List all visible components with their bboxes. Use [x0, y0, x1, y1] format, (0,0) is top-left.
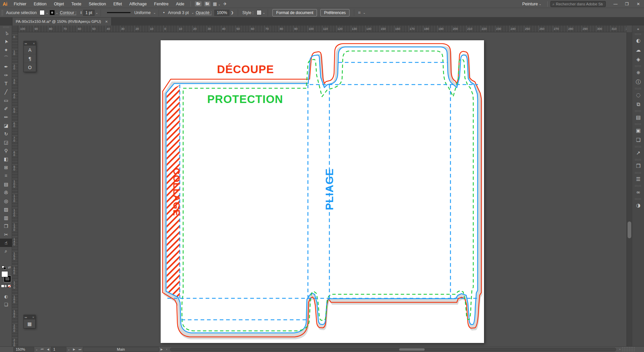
opacity-field[interactable]: 100% [214, 10, 229, 16]
dock-drag-handle[interactable] [635, 146, 642, 147]
status-options-icon[interactable]: ▶ [160, 348, 163, 351]
layers-panel-button[interactable]: ◈ [632, 55, 644, 64]
menu-sélection[interactable]: Sélection [85, 2, 110, 6]
expand-panels-button[interactable]: « [632, 26, 644, 32]
chevron-down-icon[interactable]: ⌄ [192, 11, 194, 14]
document-setup-button[interactable]: Format de document [272, 9, 317, 16]
magic-wand-tool[interactable]: ✦ [0, 46, 12, 54]
chevron-down-icon[interactable]: ⌄ [68, 348, 70, 351]
menu-edition[interactable]: Edition [30, 2, 50, 6]
collapse-panel-icon[interactable]: ▸▸ [25, 316, 27, 319]
links-panel-button[interactable]: ∞ [632, 188, 644, 197]
eraser-tool[interactable]: ◪ [0, 121, 12, 130]
appearance-panel-button[interactable]: ▣ [632, 126, 644, 135]
chevron-right-icon[interactable]: ❯ [231, 11, 233, 14]
curvature-tool[interactable]: ✑ [0, 71, 12, 79]
last-artboard-button[interactable]: ⏭ [78, 348, 81, 351]
ruler-origin-corner[interactable] [12, 26, 18, 32]
transform-panel-button[interactable]: ❐ [632, 161, 644, 171]
menu-effet[interactable]: Effet [110, 2, 125, 6]
none-mode-button[interactable] [8, 285, 11, 288]
menu-fenêtre[interactable]: Fenêtre [150, 2, 172, 6]
dock-drag-handle[interactable] [635, 65, 642, 67]
rectangle-tool[interactable]: ▭ [0, 96, 12, 104]
workspace-switcher[interactable]: Peinture⌄ [522, 2, 541, 6]
horizontal-ruler[interactable]: 1009080706050403020100102030405060708090… [18, 26, 627, 32]
minimize-button[interactable]: — [610, 0, 621, 8]
swatches-panel-button[interactable]: ◌ [632, 90, 644, 100]
maximize-button[interactable]: ❐ [621, 0, 633, 8]
gradient-panel-button[interactable]: ▤ [632, 113, 644, 122]
close-panel-icon[interactable]: ✕ [33, 42, 35, 45]
line-segment-tool[interactable]: ╱ [0, 88, 12, 96]
tab-close-icon[interactable]: ✕ [105, 20, 108, 23]
asset-export-panel-button[interactable]: ↗ [632, 148, 644, 158]
selection-tool[interactable]: ▻ [0, 29, 12, 37]
scale-tool[interactable]: ◲ [0, 138, 12, 146]
menu-fichier[interactable]: Fichier [10, 2, 30, 6]
swap-fill-stroke-button[interactable]: ⇄ [8, 265, 11, 269]
dock-drag-handle[interactable] [635, 198, 642, 200]
adobe-stock-search[interactable]: ⌕ [550, 1, 606, 7]
dock-drag-handle[interactable] [635, 172, 642, 173]
pathfinder-panel-button[interactable]: ❏ [632, 135, 644, 145]
collapse-panel-icon[interactable]: ▸▸ [25, 42, 27, 45]
color-mode-button[interactable] [1, 285, 4, 288]
dock-drag-handle[interactable] [635, 33, 642, 35]
pencil-tool[interactable]: ✏ [0, 113, 12, 121]
paragraph-panel-button[interactable]: ¶ [24, 54, 36, 63]
blend-tool[interactable]: ◎ [0, 197, 12, 205]
stroke-width-stepper[interactable]: ▲▼ [80, 11, 82, 14]
previous-artboard-button[interactable]: ◀ [47, 348, 49, 351]
chevron-down-icon[interactable]: ⌄ [46, 11, 48, 14]
floating-panel-header[interactable]: ▸▸ ✕ [24, 41, 36, 46]
fill-swatch[interactable] [1, 271, 8, 277]
stock-button[interactable]: St [204, 1, 210, 6]
drawing-mode-button[interactable]: ◐ [0, 293, 12, 300]
stroke-color-swatch[interactable] [50, 10, 55, 15]
preferences-button[interactable]: Préférences [320, 9, 350, 16]
dock-drag-handle[interactable] [635, 110, 642, 112]
column-graph-tool[interactable]: ▥ [0, 213, 12, 222]
resize-grip[interactable] [622, 347, 635, 352]
cc-libraries-panel-button[interactable]: ☁ [632, 45, 644, 55]
screen-mode-button[interactable]: ❏ [0, 301, 12, 308]
dock-drag-handle[interactable] [635, 123, 642, 125]
perspective-grid-tool[interactable]: ⊞ [0, 163, 12, 171]
default-fill-stroke-button[interactable] [2, 266, 6, 269]
menu-aide[interactable]: Aide [172, 2, 188, 6]
close-button[interactable]: ✕ [633, 0, 644, 8]
width-profile-value[interactable]: Uniforme [134, 10, 151, 15]
chevron-down-icon[interactable]: ⌄ [263, 11, 265, 14]
type-tool[interactable]: T [0, 79, 12, 88]
artboard[interactable]: DÉCOUPE PROTECTION COLLAGE PLIAGE [161, 40, 484, 343]
dock-drag-handle[interactable] [635, 185, 642, 187]
arrange-documents-icon[interactable]: ▦⌄ [213, 1, 221, 6]
chevron-down-icon[interactable]: ⌄ [363, 11, 366, 14]
stroke-panel-link[interactable]: Contour : [60, 10, 76, 15]
dock-drag-handle[interactable] [635, 159, 642, 160]
shape-builder-tool[interactable]: ◧ [0, 155, 12, 163]
paintbrush-tool[interactable]: ✐ [0, 104, 12, 113]
chevron-down-icon[interactable]: ⌄ [36, 348, 38, 351]
toolbar-drag-handle[interactable] [3, 26, 9, 28]
artboard-tool[interactable]: ❐ [0, 222, 12, 230]
stroke-panel-button[interactable]: ☰ [632, 174, 644, 184]
controlbar-drag-handle[interactable] [1, 10, 3, 16]
color-guide-panel-button[interactable]: ⎈ [632, 68, 644, 77]
search-input[interactable] [556, 2, 603, 6]
artboards-panel-button[interactable]: ▦ [24, 319, 35, 328]
floating-panel-header[interactable]: ▸▸ ✕ [24, 315, 35, 319]
zoom-level-field[interactable]: 150% [13, 347, 34, 352]
gradient-mode-button[interactable] [4, 285, 8, 288]
stroke-width-field[interactable]: 1 pt [83, 10, 95, 16]
dock-drag-handle[interactable] [635, 88, 642, 89]
close-panel-icon[interactable]: ✕ [32, 316, 34, 319]
lasso-tool[interactable]: ⌒ [0, 54, 12, 62]
artboard-number-field[interactable]: 1 [51, 347, 66, 352]
symbols-panel-button[interactable]: ⧉ [632, 100, 644, 109]
rotate-tool[interactable]: ↻ [0, 130, 12, 138]
next-artboard-button[interactable]: ▶ [73, 348, 75, 351]
width-tool[interactable]: ⚲ [0, 146, 12, 155]
symbol-sprayer-tool[interactable]: ▨ [0, 205, 12, 213]
